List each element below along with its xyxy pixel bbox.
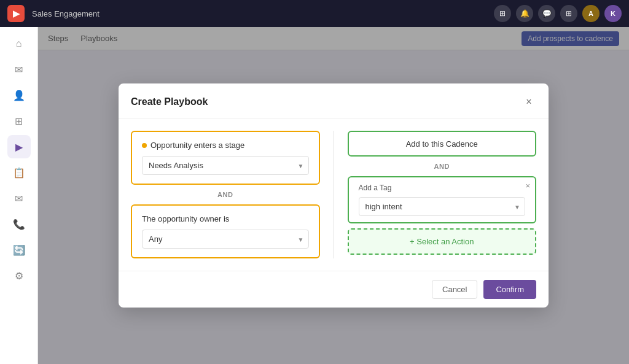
- confirm-button[interactable]: Confirm: [483, 280, 536, 299]
- condition-card-stage: Opportunity enters a stage Needs Analysi…: [131, 131, 320, 185]
- nav-icons: ⊞ 🔔 💬 ⊞ A K: [494, 5, 622, 22]
- condition-header-stage: Opportunity enters a stage: [142, 141, 309, 150]
- app-shell: ▶ Sales Engagement ⊞ 🔔 💬 ⊞ A K ⌂ ✉ 👤 ⊞ ▶…: [0, 0, 629, 364]
- condition-dot-stage: [142, 143, 147, 148]
- sidebar-item-engagement[interactable]: ▶: [7, 135, 31, 158]
- cancel-button[interactable]: Cancel: [432, 280, 477, 299]
- modal-overlay: Create Playbook × Opportunity enters a s…: [38, 27, 629, 364]
- main-area: ⌂ ✉ 👤 ⊞ ▶ 📋 ✉ 📞 🔄 ⚙ Steps Playbooks Add …: [0, 27, 629, 364]
- sidebar-item-home[interactable]: ⌂: [7, 32, 31, 55]
- action-cadence-label: Add to this Cadence: [406, 139, 478, 149]
- condition-select-wrapper-owner: Any Me My Team Specific User ▼: [142, 230, 309, 249]
- tag-select-wrapper: high intent low intent medium intent hot…: [359, 197, 526, 216]
- content-area: Steps Playbooks Add prospects to cadence…: [38, 27, 629, 364]
- notification-icon[interactable]: 🔔: [516, 5, 533, 22]
- tag-card: × Add a Tag high intent low intent mediu…: [348, 176, 537, 223]
- sidebar-item-settings[interactable]: ⚙: [7, 264, 31, 287]
- modal-header: Create Playbook ×: [119, 83, 549, 118]
- sidebar-item-reports[interactable]: ⊞: [7, 109, 31, 133]
- sidebar-item-messages[interactable]: ✉: [7, 187, 31, 210]
- tag-card-close-button[interactable]: ×: [525, 181, 530, 190]
- condition-select-owner[interactable]: Any Me My Team Specific User: [142, 230, 309, 249]
- app-logo: ▶: [7, 5, 25, 22]
- tag-select[interactable]: high intent low intent medium intent hot…: [359, 197, 526, 216]
- and-label-left: AND: [131, 190, 320, 199]
- grid-icon[interactable]: ⊞: [494, 5, 511, 22]
- sidebar-item-calls[interactable]: 📞: [7, 212, 31, 236]
- grid2-icon[interactable]: ⊞: [560, 5, 577, 22]
- modal: Create Playbook × Opportunity enters a s…: [119, 83, 549, 308]
- condition-select-stage[interactable]: Needs Analysis Prospecting Qualification…: [142, 156, 309, 175]
- avatar-k[interactable]: K: [604, 5, 622, 22]
- modal-body: Opportunity enters a stage Needs Analysi…: [119, 118, 549, 271]
- condition-label-stage: Opportunity enters a stage: [150, 141, 244, 150]
- action-card-cadence: Add to this Cadence: [348, 131, 537, 157]
- avatar-a[interactable]: A: [582, 5, 600, 22]
- modal-footer: Cancel Confirm: [119, 271, 549, 308]
- modal-divider: [334, 131, 334, 258]
- sidebar-item-mail[interactable]: ✉: [7, 58, 31, 81]
- top-nav: ▶ Sales Engagement ⊞ 🔔 💬 ⊞ A K: [0, 0, 629, 27]
- condition-select-wrapper-stage: Needs Analysis Prospecting Qualification…: [142, 156, 309, 175]
- chat-icon[interactable]: 💬: [538, 5, 555, 22]
- modal-left-column: Opportunity enters a stage Needs Analysi…: [131, 131, 320, 258]
- modal-close-button[interactable]: ×: [522, 95, 536, 109]
- and-label-right: AND: [348, 161, 537, 171]
- sidebar-item-calendar[interactable]: 📋: [7, 161, 31, 184]
- sidebar-item-contacts[interactable]: 👤: [7, 83, 31, 107]
- modal-title: Create Playbook: [131, 96, 208, 107]
- condition-card-owner: The opportunity owner is Any Me My Team …: [131, 204, 320, 258]
- tag-card-title: Add a Tag: [359, 184, 526, 192]
- select-action-button[interactable]: + Select an Action: [348, 228, 537, 255]
- condition-label-owner: The opportunity owner is: [142, 214, 309, 223]
- app-title: Sales Engagement: [32, 9, 486, 18]
- sidebar: ⌂ ✉ 👤 ⊞ ▶ 📋 ✉ 📞 🔄 ⚙: [0, 27, 38, 364]
- sidebar-item-integrations[interactable]: 🔄: [7, 238, 31, 261]
- modal-right-column: Add to this Cadence AND × Add a Tag: [348, 131, 537, 258]
